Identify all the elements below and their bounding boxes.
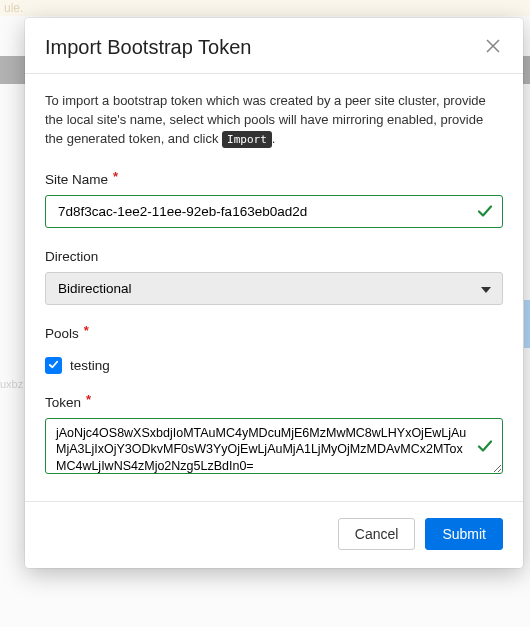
modal-description: To import a bootstrap token which was cr… <box>45 92 503 149</box>
direction-label: Direction <box>45 249 98 264</box>
site-name-input[interactable] <box>45 195 503 228</box>
token-textarea[interactable] <box>45 418 503 474</box>
description-suffix: . <box>272 131 276 146</box>
label-text: Direction <box>45 249 98 264</box>
submit-button[interactable]: Submit <box>425 518 503 550</box>
import-bootstrap-token-modal: Import Bootstrap Token To import a boots… <box>25 18 523 568</box>
pools-group: Pools* testing <box>45 325 503 374</box>
cancel-button[interactable]: Cancel <box>338 518 416 550</box>
close-icon <box>486 39 500 56</box>
close-button[interactable] <box>483 38 503 58</box>
pool-label: testing <box>70 358 110 373</box>
pool-checkbox[interactable] <box>45 357 62 374</box>
checkmark-icon <box>48 357 59 373</box>
pool-item-testing: testing <box>45 357 503 374</box>
label-text: Token <box>45 395 81 410</box>
modal-body: To import a bootstrap token which was cr… <box>25 74 523 501</box>
site-name-label: Site Name* <box>45 172 113 187</box>
direction-select[interactable]: Bidirectional <box>45 272 503 305</box>
import-code-badge: Import <box>222 131 272 148</box>
pools-label: Pools* <box>45 326 84 341</box>
modal-header: Import Bootstrap Token <box>25 18 523 74</box>
required-indicator-icon: * <box>84 323 89 338</box>
required-indicator-icon: * <box>86 392 91 407</box>
site-name-group: Site Name* <box>45 171 503 228</box>
modal-footer: Cancel Submit <box>25 501 523 568</box>
token-label: Token* <box>45 395 86 410</box>
label-text: Site Name <box>45 172 108 187</box>
modal-title: Import Bootstrap Token <box>45 36 251 59</box>
direction-group: Direction Bidirectional <box>45 248 503 305</box>
label-text: Pools <box>45 326 79 341</box>
token-group: Token* <box>45 394 503 477</box>
required-indicator-icon: * <box>113 169 118 184</box>
